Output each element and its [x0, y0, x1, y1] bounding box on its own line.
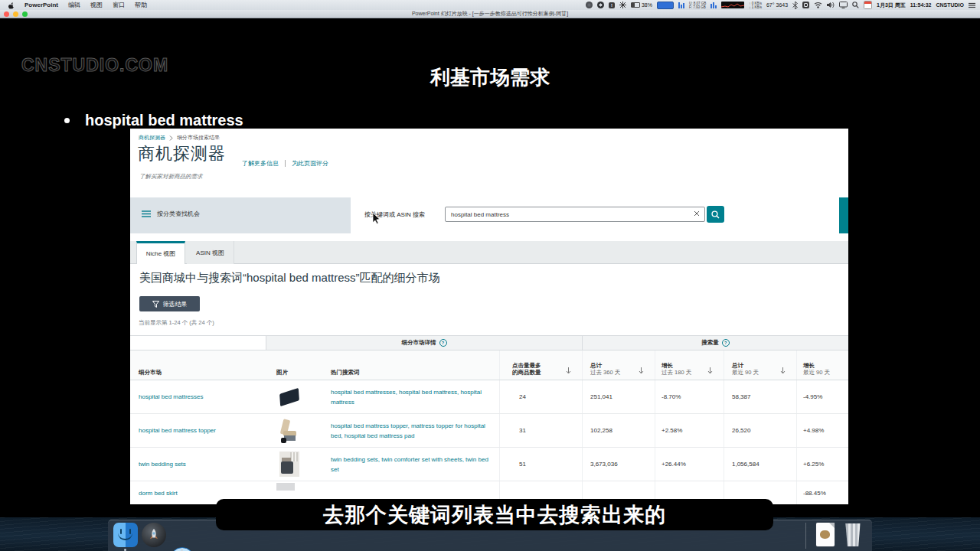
col-niche[interactable]: 细分市场 [139, 369, 266, 376]
tab-asin-view[interactable]: ASIN 视图 [187, 241, 234, 264]
magnifier-icon [711, 210, 720, 219]
bullet-dot [64, 118, 70, 123]
search-input[interactable] [445, 207, 705, 222]
niche-thumbnail[interactable] [276, 452, 302, 478]
learn-more-link[interactable]: 了解更多信息 [242, 159, 279, 168]
niche-link[interactable]: twin bedding sets [139, 461, 186, 468]
rate-page-link[interactable]: 为此页面评分 [292, 159, 328, 168]
col-total-360[interactable]: 总计过去 360 天 [582, 350, 655, 380]
trash-icon[interactable] [841, 523, 865, 547]
tab-niche-view[interactable]: Niche 视图 [136, 241, 185, 264]
col-growth-180[interactable]: 增长过去 180 天 [655, 350, 724, 380]
clear-search-icon[interactable] [694, 210, 700, 217]
status-app-icon-1[interactable] [586, 2, 593, 8]
status-app-icon-2[interactable] [597, 2, 604, 8]
sort-down-icon[interactable] [639, 367, 644, 374]
col-clicked-products[interactable]: 点击量最多的商品数量 [499, 350, 582, 380]
page-title: 商机探测器 [138, 142, 226, 165]
browse-categories-button[interactable]: 按分类查找机会 [142, 210, 200, 218]
input-source-icon[interactable] [802, 2, 809, 8]
memory-readout: U: 8.07 GB F: 7.93 GB [689, 2, 706, 9]
sort-down-icon[interactable] [566, 367, 571, 374]
battery-indicator[interactable]: 38% [631, 2, 652, 8]
col-image: 图片 [276, 369, 314, 376]
memory-bars-icon [678, 2, 684, 8]
clicked-products-value: 24 [499, 380, 582, 413]
search-button[interactable] [707, 206, 724, 223]
breadcrumb-home-link[interactable]: 商机探测器 [139, 134, 165, 142]
niche-link[interactable]: hospital bed mattress topper [139, 427, 216, 434]
breadcrumb-current: 细分市场搜索结果 [177, 134, 220, 142]
chevron-right-icon [169, 135, 173, 141]
calendar-icon[interactable] [864, 1, 872, 9]
airplay-display-icon[interactable] [839, 2, 848, 8]
niche-table: 细分市场详情 ? 搜索量 ? 细分市场 图片 热门搜索词 点击量最多的商品数量 [130, 335, 848, 504]
info-icon[interactable]: ? [439, 339, 447, 347]
screen: PowerPoint 编辑 视图 窗口 帮助 ! 38% U: 8.07 GB … [0, 0, 980, 551]
menubar-time[interactable]: 11:54:32 [910, 2, 932, 8]
growth-180-value: -8.70% [655, 380, 724, 413]
menu-bar: PowerPoint 编辑 视图 窗口 帮助 ! 38% U: 8.07 GB … [0, 0, 980, 10]
total-360-value: 102,258 [582, 414, 655, 447]
browse-label: 按分类查找机会 [157, 210, 200, 218]
search-bar: 按分类查找机会 按关键词或 ASIN 搜索 [130, 197, 848, 233]
status-snowflake-icon[interactable] [619, 2, 626, 8]
volume-icon[interactable] [827, 2, 835, 8]
bluetooth-icon[interactable] [792, 2, 798, 9]
right-edge-teal-strip [839, 197, 848, 233]
results-count: 当前显示第 1-24 个 (共 24 个) [139, 319, 214, 327]
wifi-icon[interactable] [814, 2, 822, 8]
status-warning-icon[interactable]: ! [609, 2, 615, 8]
window-title-bar: PowerPoint 幻灯片放映 - [一步一步教你选品可行性分析案例-阿甘] [0, 10, 980, 18]
link-divider [285, 160, 286, 167]
niche-thumbnail[interactable] [276, 418, 302, 444]
finder-icon[interactable] [113, 523, 138, 547]
filter-results-button[interactable]: 筛选结果 [139, 296, 200, 311]
network-readout: ↑ 0 KB/s ↓ 1 KB/s [749, 2, 762, 9]
niche-thumbnail[interactable] [276, 384, 302, 410]
apple-icon[interactable] [8, 2, 15, 9]
menu-window[interactable]: 窗口 [113, 1, 125, 9]
total-90-value: 26,520 [724, 414, 796, 447]
growth-90-value: +6.25% [796, 448, 848, 481]
niche-link[interactable]: dorm bed skirt [139, 490, 178, 497]
launchpad-icon[interactable] [142, 523, 166, 547]
total-360-value: 3,673,036 [582, 448, 655, 481]
battery-percent: 38% [642, 2, 652, 8]
document-icon[interactable] [813, 523, 838, 547]
menubar-user[interactable]: CNSTUDIO [936, 2, 964, 8]
temperature-readout: 67° 3643 [766, 2, 788, 8]
sort-down-icon[interactable] [780, 367, 786, 374]
bullet-text: hospital bed mattress [85, 112, 243, 129]
bullet-row: hospital bed mattress [64, 112, 243, 129]
network-graph-icon[interactable] [721, 2, 744, 8]
cpu-bars-icon [710, 2, 717, 8]
growth-90-value: -88.45% [796, 481, 848, 504]
top-keywords[interactable]: twin bedding sets, twin comforter set wi… [331, 455, 495, 474]
top-keywords[interactable]: hospital bed mattresses, hospital bed ma… [331, 387, 495, 407]
col-total-90[interactable]: 总计最近 90 天 [724, 350, 796, 380]
col-growth-90[interactable]: 增长最近 90 天 [796, 350, 848, 380]
niche-link[interactable]: hospital bed mattresses [139, 393, 204, 400]
menu-view[interactable]: 视图 [90, 1, 103, 9]
funnel-icon [152, 301, 159, 308]
menu-help[interactable]: 帮助 [135, 1, 147, 9]
menu-edit[interactable]: 编辑 [68, 1, 80, 9]
notification-center-icon[interactable] [969, 2, 975, 8]
dock-separator [805, 523, 806, 549]
subtitle-bar: 去那个关键词列表当中去搜索出来的 [216, 499, 773, 530]
menubar-date[interactable]: 1月3日 周五 [877, 2, 906, 9]
group-search-volume: 搜索量 [701, 339, 719, 347]
niche-thumbnail[interactable] [276, 483, 295, 491]
top-keywords[interactable]: hospital bed mattress topper, mattress t… [331, 421, 495, 441]
info-icon[interactable]: ? [722, 339, 730, 347]
table-header-row: 细分市场 图片 热门搜索词 点击量最多的商品数量 总计过去 360 天 增长过去… [130, 350, 848, 380]
total-90-value: 58,387 [724, 380, 796, 413]
sort-down-icon[interactable] [707, 367, 713, 374]
growth-180-value: +26.44% [655, 448, 724, 481]
clicked-products-value: 51 [499, 448, 582, 481]
menu-app-name[interactable]: PowerPoint [24, 2, 58, 8]
memory-gauge-icon[interactable] [657, 2, 674, 9]
spotlight-search-icon[interactable] [852, 2, 859, 8]
col-keywords: 热门搜索词 [331, 369, 499, 376]
